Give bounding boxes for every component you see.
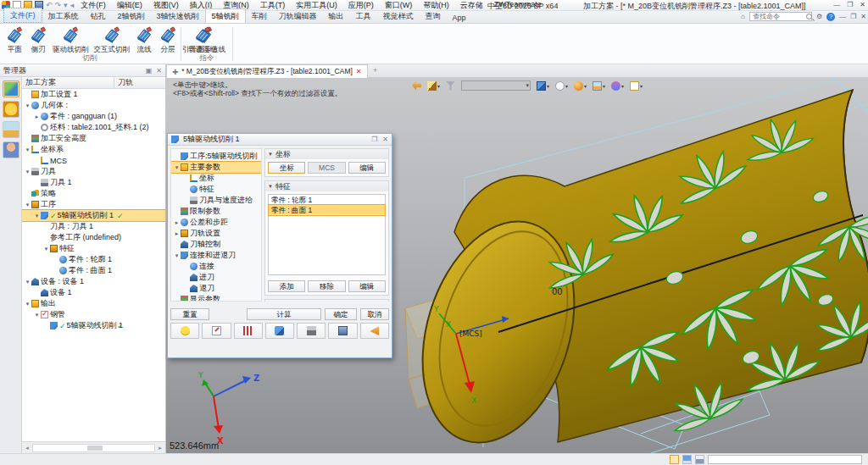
dtree-links[interactable]: ▾连接和进退刀 — [171, 250, 261, 261]
expand-arrow-icon[interactable]: ▾ — [33, 312, 41, 318]
solid-verify-button[interactable] — [265, 323, 294, 339]
tree-item-machine[interactable]: ▾设备 : 设备 1 — [22, 276, 165, 287]
dtree-path-settings[interactable]: ▸刀轨设置 — [171, 228, 261, 239]
calculate-button[interactable]: 计算 — [247, 308, 321, 320]
dtree-tool-feed[interactable]: 刀具与速度进给 — [171, 195, 261, 206]
tab-inquire[interactable]: 查询 — [420, 9, 447, 23]
command-search-input[interactable] — [749, 12, 812, 21]
expand-arrow-icon[interactable]: ▾ — [24, 147, 31, 153]
side-tab-role[interactable] — [3, 141, 19, 158]
tree-item-tool1[interactable]: 刀具 1 — [22, 177, 165, 188]
tab-5x-milling[interactable]: 5轴铣削 — [205, 8, 246, 23]
menu-cloud[interactable]: 云存储 — [460, 0, 483, 11]
side-tab-history[interactable] — [3, 101, 19, 118]
dtree-connect[interactable]: 连接 — [171, 261, 261, 272]
coord-edit-button[interactable]: 编辑 — [348, 162, 386, 174]
collapse-ribbon-icon[interactable]: ◂ — [70, 1, 75, 9]
dtree-tolerance[interactable]: ▸公差和步距 — [171, 217, 261, 228]
expand-arrow-icon[interactable]: ▾ — [24, 169, 31, 175]
dtree-limit-params[interactable]: 限制参数 — [171, 206, 261, 217]
tree-item-machine1[interactable]: 设备 1 — [22, 287, 165, 298]
expand-arrow-icon[interactable]: ▾ — [173, 164, 181, 171]
settings-gear-icon[interactable]: ⚙ — [816, 13, 822, 20]
home-icon[interactable]: ⌂ — [741, 13, 745, 20]
tree-item-feature-surface[interactable]: 零件 : 曲面 1 — [22, 265, 165, 276]
close-button[interactable]: ✕ — [860, 1, 865, 8]
restore-button[interactable]: ❐ — [847, 1, 853, 8]
button-layer-cut[interactable]: 分层 — [157, 25, 179, 56]
feature-row-profile[interactable]: 零件 : 轮廓 1 — [269, 195, 385, 205]
tree-item-tools[interactable]: ▾刀具 — [22, 166, 165, 177]
tree-item-output-pipe[interactable]: ▾钢管 — [22, 309, 165, 320]
dtree-coord[interactable]: 坐标 — [171, 173, 261, 184]
button-trajectory-link[interactable]: 轨迹连结 — [186, 25, 219, 56]
column-plan[interactable]: 加工方案 — [22, 77, 114, 88]
expand-arrow-icon[interactable]: ▸ — [173, 230, 181, 237]
layout-toggle-icon[interactable] — [695, 455, 704, 464]
expand-arrow-icon[interactable]: ▾ — [173, 252, 181, 259]
section-view-button[interactable]: ▾ — [630, 81, 643, 91]
expand-arrow-icon[interactable]: ▾ — [24, 202, 31, 208]
button-drive-curve-cut[interactable]: 驱动线切削 — [51, 25, 91, 56]
tree-item-operation-5x[interactable]: ▾✓5轴驱动线切削 1✓ — [22, 210, 165, 221]
document-tab-active[interactable]: ✚ * M_20B变位机铣削管理程序.Z3 - [table2.1001_CAM… — [166, 64, 368, 78]
pick-filter-button[interactable]: ▾ — [427, 81, 440, 91]
side-tab-cam-manager[interactable] — [3, 80, 19, 97]
expand-arrow-icon[interactable]: ▾ — [33, 213, 41, 219]
model-steel-pipe[interactable]: 00 — [397, 90, 868, 453]
tree-item-operations[interactable]: ▾工序 — [22, 199, 165, 210]
tree-item-ref-op[interactable]: 参考工序 (undefined) — [22, 232, 165, 243]
spin-button[interactable]: ▾ — [611, 81, 624, 91]
dtree-main-params[interactable]: ▾主要参数 — [171, 162, 261, 173]
tree-item-features[interactable]: ▾特征 — [22, 243, 165, 254]
tree-item-feature-profile[interactable]: 零件 : 轮廓 1 — [22, 254, 165, 265]
expand-arrow-icon[interactable]: ▾ — [24, 279, 31, 285]
tree-item-part[interactable]: ▸零件 : gangguan (1) — [22, 111, 165, 122]
dtree-lead-in[interactable]: 进刀 — [171, 272, 261, 283]
tab-2x-milling[interactable]: 2轴铣削 — [112, 9, 151, 23]
help-icon[interactable]: ? — [826, 13, 835, 21]
tab-toolpath-editor[interactable]: 刀轨编辑器 — [273, 9, 323, 23]
manager-horizontal-scrollbar[interactable]: ◂ ▸ — [22, 441, 165, 453]
cancel-button[interactable]: 取消 — [360, 308, 389, 320]
dtree-feature[interactable]: 特征 — [171, 184, 261, 195]
tab-machining-system[interactable]: 加工系统 — [42, 9, 85, 23]
tab-visual-style[interactable]: 视觉样式 — [377, 9, 420, 23]
feature-edit-button[interactable]: 编辑 — [348, 280, 386, 292]
doc-restore-button[interactable]: ❐ — [850, 13, 856, 20]
tab-close-icon[interactable]: ✕ — [356, 68, 362, 75]
rollback-button[interactable] — [360, 323, 389, 339]
tree-item-setup[interactable]: 加工设置 1 — [22, 89, 165, 100]
tab-file[interactable]: 文件(F) — [3, 8, 42, 23]
tree-item-clearance[interactable]: 加工安全高度 — [22, 133, 165, 144]
redo-icon[interactable]: ↷ — [55, 1, 62, 9]
dtree-operation[interactable]: 工序:5轴驱动线切削 — [171, 151, 261, 162]
button-flow-cut[interactable]: 流线 — [133, 25, 155, 56]
tree-item-tactic[interactable]: 策略 — [22, 188, 165, 199]
dtree-lead-out[interactable]: 退刀 — [171, 283, 261, 294]
display-toggle-icon[interactable] — [682, 455, 692, 464]
dialog-float-icon[interactable]: ❐ — [371, 136, 377, 143]
tree-item-output[interactable]: ▾输出 — [22, 298, 165, 309]
tree-item-output-op[interactable]: ✓5轴驱动线切削 1✓ — [22, 320, 165, 331]
edit-profile-button[interactable] — [202, 323, 231, 339]
feature-row-surface[interactable]: 零件 : 曲面 1 — [269, 205, 385, 215]
tab-drilling[interactable]: 钻孔 — [85, 9, 112, 23]
render-mode-button[interactable]: ▾ — [574, 81, 587, 91]
doc-minimize-button[interactable]: — — [839, 13, 846, 20]
button-interactive-cut[interactable]: 交互式切削 — [92, 25, 132, 56]
expand-arrow-icon[interactable]: ▾ — [24, 102, 31, 109]
tab-turning[interactable]: 车削 — [246, 9, 273, 23]
dtree-tool-axis[interactable]: 刀轴控制 — [171, 239, 261, 250]
tab-tools[interactable]: 工具 — [350, 9, 377, 23]
dialog-close-icon[interactable]: ✕ — [382, 136, 388, 143]
background-button[interactable]: ▾ — [593, 81, 605, 91]
tree-item-op-tool[interactable]: 刀具 : 刀具 1 — [22, 221, 165, 232]
tab-3x-quick-milling[interactable]: 3轴快速铣削 — [151, 9, 205, 23]
expand-arrow-icon[interactable]: ▾ — [24, 301, 31, 307]
new-tab-button[interactable]: + — [368, 64, 383, 77]
entity-filter-combobox[interactable] — [461, 80, 531, 91]
status-command-input[interactable] — [708, 455, 862, 464]
qat-dropdown-icon[interactable]: ▾ — [64, 1, 68, 9]
tab-output[interactable]: 输出 — [323, 9, 350, 23]
